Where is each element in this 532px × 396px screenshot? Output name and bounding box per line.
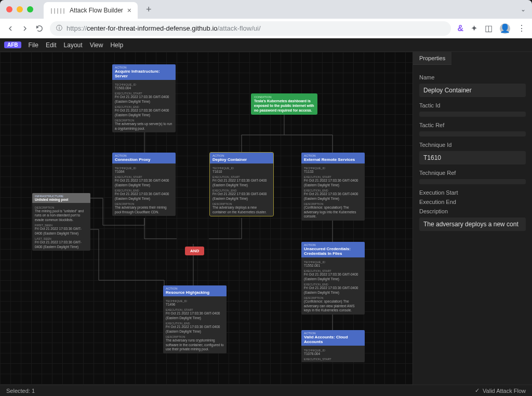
main-area: ACTION Acquire Infrastructure: Server TE…	[0, 52, 532, 385]
node-header: ACTION External Remote Services	[301, 153, 365, 163]
node-acquire-infrastructure[interactable]: ACTION Acquire Infrastructure: Server TE…	[112, 64, 176, 132]
node-body: TECHNIQUE_ID T1133 EXECUTION_START Fri O…	[301, 163, 365, 221]
menu-file[interactable]: File	[29, 42, 38, 49]
canvas-area[interactable]: ACTION Acquire Infrastructure: Server TE…	[0, 52, 413, 385]
prop-tacticid-input[interactable]	[419, 112, 526, 117]
node-unsecured-credentials[interactable]: ACTION Unsecured Credentials: Credential…	[301, 242, 365, 315]
node-body: TECHNIQUE_ID T1552.001 EXECUTION_START F…	[301, 257, 365, 315]
menu-view[interactable]: View	[90, 42, 103, 49]
tabs-overflow-button[interactable]: ⌄	[521, 6, 526, 13]
prop-techid-input[interactable]	[419, 151, 526, 165]
avatar-icon[interactable]: 👤	[500, 23, 510, 34]
node-header: ACTION Connection Proxy	[112, 153, 176, 163]
node-body: TECHNIQUE_ID T1496 EXECUTION_START Fri O…	[163, 296, 227, 353]
properties-tab[interactable]: Properties	[413, 52, 451, 65]
close-window-button[interactable]	[6, 6, 12, 12]
browser-chrome: ||||| Attack Flow Builder × + ⌄ ⓘ https:…	[0, 0, 532, 38]
node-header: ACTION Valid Accounts: Cloud Accounts	[301, 330, 365, 346]
tab-title: Attack Flow Builder	[70, 7, 123, 14]
status-bar: Selected: 1 ✓ Valid Attack Flow	[0, 385, 532, 396]
prop-execend-label: Execution End	[419, 199, 526, 205]
node-body: DESCRIPTION The mining pool is "unlisted…	[32, 203, 90, 251]
toolbar-row: ⓘ https://center-for-threat-informed-def…	[0, 19, 532, 38]
prop-name-input[interactable]	[419, 84, 526, 97]
kebab-menu-icon[interactable]: ⋮	[517, 23, 526, 33]
menu-edit[interactable]: Edit	[46, 42, 57, 49]
profile-sync-icon[interactable]: &	[457, 24, 463, 33]
sidepanel-icon[interactable]: ◫	[485, 23, 493, 33]
url-field[interactable]: ⓘ https://center-for-threat-informed-def…	[50, 21, 451, 36]
node-resource-highjacking[interactable]: ACTION Resource Highjacking TECHNIQUE_ID…	[163, 285, 227, 353]
back-button[interactable]	[6, 24, 15, 33]
menu-help[interactable]: Help	[110, 42, 123, 49]
status-valid: ✓ Valid Attack Flow	[475, 387, 526, 394]
properties-panel: Properties Name Tactic Id Tactic Ref Tec…	[413, 52, 532, 385]
new-tab-button[interactable]: +	[146, 4, 152, 15]
prop-execstart-label: Execution Start	[419, 189, 526, 196]
prop-techid-label: Technique Id	[419, 142, 526, 148]
url-text: https://center-for-threat-informed-defen…	[66, 24, 261, 32]
tab-favicon-icon: |||||	[50, 8, 65, 13]
toolbar-icons: & ✦ ◫ 👤 ⋮	[457, 23, 526, 34]
minimize-window-button[interactable]	[17, 6, 23, 12]
prop-tacticid-label: Tactic Id	[419, 102, 526, 108]
check-icon: ✓	[475, 387, 480, 394]
afb-badge: AFB	[4, 42, 21, 48]
node-connection-proxy[interactable]: ACTION Connection Proxy TECHNIQUE_ID T10…	[112, 153, 176, 216]
node-header: ACTION Resource Highjacking	[163, 285, 227, 296]
properties-body: Name Tactic Id Tactic Ref Technique Id T…	[413, 65, 532, 237]
prop-techref-label: Technique Ref	[419, 170, 526, 176]
app-menubar: AFB File Edit Layout View Help	[0, 38, 532, 52]
node-body: TECHNIQUE_ID T1583.004 EXECUTION_START F…	[112, 80, 176, 132]
maximize-window-button[interactable]	[27, 6, 33, 12]
browser-tab[interactable]: ||||| Attack Flow Builder ×	[44, 2, 138, 19]
forward-button[interactable]	[21, 24, 29, 33]
node-header: ACTION Deploy Container	[210, 153, 273, 163]
prop-tacticref-input[interactable]	[419, 131, 526, 136]
tab-bar: ||||| Attack Flow Builder × + ⌄	[0, 0, 532, 19]
node-condition[interactable]: CONDITION Tesla's Kubernetes dashboard i…	[251, 93, 317, 115]
node-header: INFRASTRUCTURE Unlisted mining pool	[32, 193, 90, 203]
node-external-remote-services[interactable]: ACTION External Remote Services TECHNIQU…	[301, 153, 365, 221]
node-valid-accounts[interactable]: ACTION Valid Accounts: Cloud Accounts TE…	[301, 330, 365, 362]
reload-button[interactable]	[35, 24, 44, 33]
site-info-icon[interactable]: ⓘ	[56, 24, 62, 33]
prop-techref-input[interactable]	[419, 179, 526, 184]
status-selected: Selected: 1	[6, 388, 35, 394]
prop-tacticref-label: Tactic Ref	[419, 122, 526, 128]
prop-desc-input[interactable]	[419, 217, 526, 231]
prop-desc-label: Description	[419, 208, 526, 214]
node-infrastructure[interactable]: INFRASTRUCTURE Unlisted mining pool DESC…	[32, 193, 90, 251]
node-deploy-container[interactable]: ACTION Deploy Container TECHNIQUE_ID T16…	[210, 153, 273, 216]
node-body: TECHNIQUE_ID T1610 EXECUTION_START Fri O…	[210, 163, 273, 216]
node-body: TECHNIQUE_ID T1084 EXECUTION_START Fri O…	[112, 163, 176, 216]
node-header: ACTION Acquire Infrastructure: Server	[112, 64, 176, 80]
node-body: TECHNIQUE_ID T1078.004 EXECUTION_START	[301, 346, 365, 362]
node-header: ACTION Unsecured Credentials: Credential…	[301, 242, 365, 257]
node-and-operator[interactable]: AND	[185, 247, 204, 255]
close-tab-button[interactable]: ×	[127, 6, 131, 15]
window-controls	[6, 6, 33, 12]
prop-name-label: Name	[419, 74, 526, 80]
extensions-icon[interactable]: ✦	[471, 23, 477, 33]
menu-layout[interactable]: Layout	[64, 42, 83, 49]
